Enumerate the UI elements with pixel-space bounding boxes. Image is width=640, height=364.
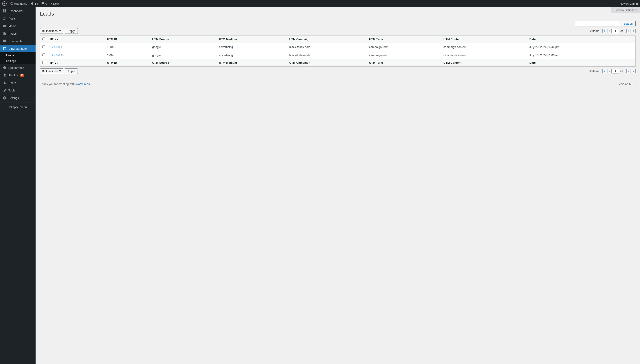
col-footer-utm-term: UTM Term xyxy=(367,59,441,66)
col-footer-ip[interactable]: IP ▲▼ xyxy=(48,59,105,66)
sidebar-item-utm-manager[interactable]: UTM Manager xyxy=(0,45,36,52)
col-header-utm-id: UTM ID xyxy=(105,36,150,43)
sidebar-item-dashboard[interactable]: Dashboard xyxy=(0,7,36,15)
adminbar-site-name[interactable]: wpplugins xyxy=(10,2,27,5)
sidebar-label-comments: Comments xyxy=(9,40,23,43)
screen-options-button[interactable]: Screen Options ▾ xyxy=(611,7,640,13)
admin-sidebar: Dashboard Posts Media Pages Comments UTM… xyxy=(0,7,36,364)
sidebar-item-leads[interactable]: Leads xyxy=(0,52,36,58)
sidebar-label-leads: Leads xyxy=(6,54,14,57)
current-page-input-bottom[interactable] xyxy=(612,69,619,74)
sidebar-item-tools[interactable]: Tools xyxy=(0,86,36,94)
sidebar-item-comments[interactable]: Comments xyxy=(0,37,36,45)
items-count-bottom: 12 items xyxy=(588,70,599,73)
row-date-0: July 20, 2024 | 6:44 pm xyxy=(527,43,635,51)
select-all-footer-column xyxy=(40,59,48,66)
items-count-top: 12 items xyxy=(588,29,599,33)
tablenav-top-right: 12 items « ‹ of 6 › » xyxy=(588,29,635,33)
next-page-button-top[interactable]: › xyxy=(626,29,630,33)
search-input[interactable] xyxy=(575,21,619,26)
row-utm-campaign-1: black-friday-sale xyxy=(287,51,367,59)
adminbar-howdy[interactable]: Howdy, admin xyxy=(620,2,638,5)
sidebar-label-tools: Tools xyxy=(9,89,15,92)
row-checkbox-1 xyxy=(40,51,48,59)
svg-text:W: W xyxy=(3,2,6,5)
sidebar-label-dashboard: Dashboard xyxy=(9,9,23,13)
pagination-bottom: « ‹ of 6 › » xyxy=(602,69,635,74)
select-all-footer-checkbox[interactable] xyxy=(43,61,45,64)
sidebar-label-settings: Settings xyxy=(9,96,19,100)
main-content: Screen Options ▾ Leads Search Bulk actio… xyxy=(36,7,640,364)
tablenav-top: Bulk actions Apply 12 items « ‹ of 6 › » xyxy=(40,28,635,34)
first-page-button-top[interactable]: « xyxy=(602,29,607,33)
footer-credit: Thank you for creating with WordPress. xyxy=(40,82,90,86)
ip-link-1[interactable]: 127.0.0.15 xyxy=(51,54,64,57)
sidebar-item-utm-settings[interactable]: Settings xyxy=(0,58,36,64)
last-page-button-bottom[interactable]: » xyxy=(631,69,635,73)
page-footer: Thank you for creating with WordPress. V… xyxy=(36,80,640,88)
prev-page-button-bottom[interactable]: ‹ xyxy=(607,69,611,73)
page-wrap: Leads Search Bulk actions Apply 12 items xyxy=(36,7,640,80)
row-date-1: July 13, 2024 | 1:06 am xyxy=(527,51,635,59)
table-header-row: IP ▲▼ UTM ID UTM Source UTM Medium UTM C… xyxy=(40,36,635,43)
sidebar-label-pages: Pages xyxy=(9,32,17,35)
svg-rect-4 xyxy=(3,11,5,12)
page-of-top: of 6 xyxy=(620,29,625,33)
row-utm-content-0: campaign-content xyxy=(441,43,527,51)
col-header-ip[interactable]: IP ▲▼ xyxy=(48,36,105,43)
sidebar-item-media[interactable]: Media xyxy=(0,22,36,30)
tablenav-bottom-left: Bulk actions Apply xyxy=(40,68,78,74)
last-page-button-top[interactable]: » xyxy=(631,29,635,33)
row-utm-source-0: google xyxy=(150,43,217,51)
col-footer-utm-content: UTM Content xyxy=(441,59,527,66)
sidebar-item-posts[interactable]: Posts xyxy=(0,15,36,22)
col-header-utm-content: UTM Content xyxy=(441,36,527,43)
adminbar-wp-logo[interactable]: W xyxy=(2,1,7,6)
row-select-1[interactable] xyxy=(43,54,45,56)
bulk-actions-select-top[interactable]: Bulk actions xyxy=(40,28,63,34)
tablenav-bottom: Bulk actions Apply 12 items « ‹ of 6 › » xyxy=(40,68,635,74)
svg-point-10 xyxy=(4,82,5,83)
bulk-actions-select-bottom[interactable]: Bulk actions xyxy=(40,68,63,74)
svg-rect-6 xyxy=(3,25,6,27)
pagination-top: « ‹ of 6 › » xyxy=(602,29,635,33)
col-footer-date: Date xyxy=(527,59,635,66)
search-button[interactable]: Search xyxy=(621,21,635,26)
select-all-checkbox[interactable] xyxy=(43,38,45,40)
col-footer-utm-source: UTM Source xyxy=(150,59,217,66)
row-utm-id-1: 12345 xyxy=(105,51,150,59)
sidebar-label-utm-settings: Settings xyxy=(6,60,16,62)
search-bar: Search xyxy=(40,21,635,26)
sidebar-item-users[interactable]: Users xyxy=(0,79,36,86)
first-page-button-bottom[interactable]: « xyxy=(602,69,607,73)
svg-point-9 xyxy=(4,67,5,68)
wordpress-link[interactable]: WordPress xyxy=(76,82,90,86)
current-page-input-top[interactable] xyxy=(612,29,619,33)
svg-rect-5 xyxy=(5,11,6,12)
sidebar-item-pages[interactable]: Pages xyxy=(0,30,36,37)
plugins-badge: 11 xyxy=(20,74,25,77)
ip-link-0[interactable]: 127.0.0.1 xyxy=(51,45,62,48)
prev-page-button-top[interactable]: ‹ xyxy=(607,29,611,33)
row-utm-source-1: google xyxy=(150,51,217,59)
adminbar-new[interactable]: + New xyxy=(51,2,59,5)
table-body: 127.0.0.1 12345 google advertising black… xyxy=(40,43,635,59)
select-all-column xyxy=(40,36,48,43)
sidebar-item-settings[interactable]: Settings xyxy=(0,94,36,102)
row-utm-id-0: 12345 xyxy=(105,43,150,51)
sidebar-label-media: Media xyxy=(9,24,16,28)
sidebar-label-utm-manager: UTM Manager xyxy=(9,47,27,50)
row-select-0[interactable] xyxy=(43,45,45,48)
admin-bar: W wpplugins 14 0 + New Howdy, admin xyxy=(0,0,640,7)
leads-table: IP ▲▼ UTM ID UTM Source UTM Medium UTM C… xyxy=(40,36,635,66)
sidebar-item-plugins[interactable]: Plugins 11 xyxy=(0,72,36,79)
next-page-button-bottom[interactable]: › xyxy=(626,69,630,73)
collapse-menu-button[interactable]: Collapse menu xyxy=(0,104,36,110)
adminbar-comments[interactable]: 0 xyxy=(41,2,47,5)
apply-button-bottom[interactable]: Apply xyxy=(65,68,78,74)
page-of-bottom: of 6 xyxy=(620,70,625,73)
apply-button-top[interactable]: Apply xyxy=(65,28,78,34)
adminbar-updates[interactable]: 14 xyxy=(31,2,38,5)
col-header-utm-medium: UTM Medium xyxy=(217,36,287,43)
sidebar-item-appearance[interactable]: Appearance xyxy=(0,64,36,72)
